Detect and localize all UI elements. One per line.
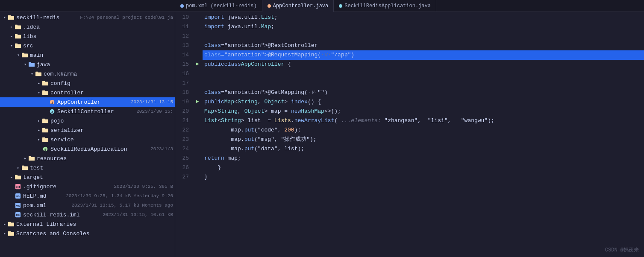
item-label: main [30,52,175,58]
svg-rect-25 [42,128,45,129]
code-line: map.put("data", list); [203,144,644,154]
svg-rect-2 [15,26,21,29]
item-label: com.kkarma [44,71,175,77]
code-line: import java.util.Map; [203,22,644,32]
svg-rect-35 [15,175,18,176]
watermark: CSDN @妈夜来 [605,246,639,254]
folder-icon [42,80,49,87]
tab-pom[interactable]: pom.xml (seckill-redis) [175,0,262,12]
sidebar-item-libs[interactable]: libs [0,32,175,41]
sidebar-item-seckill-redis-app[interactable]: SSeckillRedisApplication2023/1/3 [0,144,175,154]
item-meta: F:\04_personal_project_code\01_ja [80,15,173,20]
sidebar[interactable]: seckill-redisF:\04_personal_project_code… [0,12,175,257]
code-line [203,79,644,88]
item-label: test [30,165,175,171]
svg-rect-6 [15,44,21,48]
gutter-cell: ▶ [192,59,203,68]
gutter-cell [192,106,203,115]
item-meta: 2023/1/30 15: [136,109,173,114]
run-gutter-icon: ▶ [196,61,199,67]
folder-icon [15,23,21,30]
line-number: 23 [175,135,189,144]
code-line: public class AppController { [203,60,644,69]
chevron-icon [2,222,8,227]
md-icon: MD [15,193,21,199]
gutter-cell [192,68,203,78]
svg-rect-13 [35,72,38,73]
gutter-cell [192,134,203,143]
item-label: serializer [50,127,175,134]
item-label: Scratches and Consoles [16,231,175,237]
item-label: service [50,137,175,143]
code-area[interactable]: 101112131415161718192021222324252627 ▶▶ … [175,12,644,257]
code-line: public Map<String, Object> index() { [203,97,644,107]
item-meta: 2023/1/31 13:15 [131,99,173,105]
chevron-icon [9,34,15,39]
sidebar-item-service[interactable]: service [0,135,175,144]
sidebar-item-gitignore[interactable]: GIT.gitignore2023/1/30 9:25, 395 B [0,182,175,191]
sidebar-item-main[interactable]: main [0,50,175,60]
item-meta: 2023/1/31 13:15, 5.17 kB Moments ago [71,203,173,208]
line-number: 27 [175,172,189,182]
sidebar-item-idea[interactable]: .idea [0,22,175,32]
svg-text:IML: IML [16,214,21,217]
item-label: .gitignore [23,184,111,190]
code-line: map.put("code", 200); [203,126,644,135]
sidebar-item-scratches[interactable]: Scratches and Consoles [0,229,175,238]
sidebar-item-src[interactable]: src [0,41,175,50]
svg-rect-8 [22,54,28,58]
line-number: 20 [175,107,189,116]
sidebar-item-com-kkarma[interactable]: com.kkarma [0,69,175,79]
chevron-icon [36,81,42,86]
chevron-icon [9,24,15,29]
item-label: src [23,43,175,49]
code-line: map.put("msg", "操作成功"); [203,135,644,144]
sidebar-item-config[interactable]: config [0,79,175,88]
sidebar-item-serializer[interactable]: serializer [0,126,175,135]
svg-rect-26 [42,138,48,142]
gutter-cell [192,143,203,153]
sidebar-item-seckill-controller[interactable]: JSeckillController2023/1/30 15: [0,107,175,116]
gutter-cell [192,115,203,125]
item-label: External Libraries [16,221,175,228]
item-label: seckill-redis.iml [23,212,100,218]
item-label: SeckillRedisApplication [50,146,148,152]
svg-rect-31 [29,156,31,158]
sidebar-item-controller[interactable]: controller [0,88,175,97]
sidebar-item-target[interactable]: target [0,172,175,182]
chevron-icon [36,128,42,133]
sidebar-item-resources[interactable]: resources [0,154,175,163]
code-line [203,69,644,79]
folder-icon [21,52,28,58]
item-meta: 2023/1/31 13:15, 10.61 kB [103,212,173,217]
item-label: controller [50,90,175,96]
tab-seckill-app[interactable]: SeckillRedisApplication.java [334,0,436,12]
chevron-icon [15,165,21,170]
sidebar-item-iml[interactable]: IMLseckill-redis.iml2023/1/31 13:15, 10.… [0,210,175,219]
tab-app-controller[interactable]: AppController.java [262,0,334,12]
folder-icon [15,174,21,181]
iml-icon: IML [15,211,21,218]
item-label: seckill-redis [16,15,77,21]
sidebar-item-java[interactable]: java [0,60,175,69]
line-number: 21 [175,116,189,126]
sidebar-item-test[interactable]: test [0,163,175,172]
sidebar-item-app-controller-file[interactable]: JAppController2023/1/31 13:15 [0,97,175,107]
item-meta: 2023/1/30 9:25, 395 B [114,184,173,189]
code-line: } [203,163,644,172]
line-number: 10 [175,13,189,22]
gutter-cell [192,87,203,96]
svg-rect-34 [15,176,21,180]
sidebar-item-project-root[interactable]: seckill-redisF:\04_personal_project_code… [0,13,175,22]
sidebar-item-pojo[interactable]: pojo [0,116,175,126]
sidebar-item-pom-xml[interactable]: XMLpom.xml2023/1/31 13:15, 5.17 kB Momen… [0,201,175,210]
line-number: 18 [175,88,189,97]
gutter-cell [192,125,203,134]
xml-icon: XML [15,202,21,209]
tab-label-seckill-app: SeckillRedisApplication.java [344,3,431,9]
code-line: class="annotation">@RestController [203,41,644,50]
svg-rect-24 [42,129,48,133]
item-meta: 2023/1/3 [150,146,173,152]
sidebar-item-external-libs[interactable]: External Libraries [0,219,175,229]
sidebar-item-help-md[interactable]: MDHELP.md2023/1/30 9:25, 1.34 kB Yesterd… [0,191,175,201]
